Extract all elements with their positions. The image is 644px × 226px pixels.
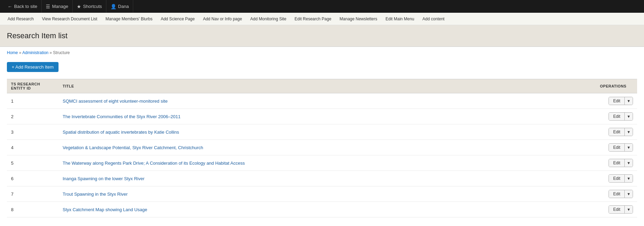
back-to-site-label: Back to site bbox=[14, 4, 37, 9]
edit-button-group: Edit▼ bbox=[609, 128, 633, 136]
edit-button[interactable]: Edit bbox=[609, 97, 625, 105]
nav-view-research-doc-list[interactable]: View Research Document List bbox=[38, 13, 102, 25]
user-icon: 👤 bbox=[110, 4, 116, 9]
shortcuts-label: Shortcuts bbox=[83, 4, 102, 9]
manage-link[interactable]: ☰ Manage bbox=[42, 0, 73, 13]
edit-dropdown-button[interactable]: ▼ bbox=[625, 206, 633, 213]
back-to-site-link[interactable]: ← Back to site bbox=[3, 0, 42, 13]
col-header-operations: OPERATIONS bbox=[596, 79, 637, 93]
row-title-link[interactable]: Trout Spawning in the Styx River bbox=[63, 192, 128, 197]
nav-add-research[interactable]: Add Research bbox=[3, 13, 38, 25]
add-research-item-button[interactable]: + Add Research Item bbox=[7, 62, 59, 72]
edit-button[interactable]: Edit bbox=[609, 144, 625, 151]
edit-button-group: Edit▼ bbox=[609, 97, 633, 105]
edit-button-group: Edit▼ bbox=[609, 190, 633, 198]
user-link[interactable]: 👤 Dana bbox=[106, 0, 133, 13]
nav-manage-newsletters[interactable]: Manage Newsletters bbox=[336, 13, 381, 25]
manage-icon: ☰ bbox=[46, 4, 50, 9]
breadcrumb: Home » Administration » Structure bbox=[0, 47, 644, 59]
edit-button-group: Edit▼ bbox=[609, 112, 633, 121]
row-id: 5 bbox=[7, 155, 59, 171]
row-title-link[interactable]: SQMCI assessment of eight volunteer-moni… bbox=[63, 99, 168, 104]
page-title: Research Item list bbox=[7, 31, 637, 40]
row-title-link[interactable]: The Invertebrate Communities of the Styx… bbox=[63, 114, 181, 119]
edit-button-group: Edit▼ bbox=[609, 159, 633, 167]
row-operations: Edit▼ bbox=[596, 93, 637, 109]
edit-button-group: Edit▼ bbox=[609, 174, 633, 183]
nav-edit-research-page[interactable]: Edit Research Page bbox=[291, 13, 336, 25]
edit-button[interactable]: Edit bbox=[609, 159, 625, 167]
table-row: 2The Invertebrate Communities of the Sty… bbox=[7, 109, 637, 124]
nav-add-nav-info-page[interactable]: Add Nav or Info page bbox=[199, 13, 246, 25]
edit-button-group: Edit▼ bbox=[609, 205, 633, 214]
row-title-link[interactable]: Vegetation & Landscape Potential, Styx R… bbox=[63, 145, 203, 150]
table-header: TS RESEARCH ENTITY ID TITLE OPERATIONS bbox=[7, 79, 637, 93]
manage-label: Manage bbox=[52, 4, 68, 9]
edit-dropdown-button[interactable]: ▼ bbox=[625, 175, 633, 182]
table-row: 1SQMCI assessment of eight volunteer-mon… bbox=[7, 93, 637, 109]
row-title: Spatial distribution of aquatic inverteb… bbox=[59, 124, 596, 140]
breadcrumb-structure: Structure bbox=[53, 50, 70, 55]
content-area: + Add Research Item TS RESEARCH ENTITY I… bbox=[0, 59, 644, 224]
user-label: Dana bbox=[118, 4, 129, 9]
row-id: 1 bbox=[7, 93, 59, 109]
breadcrumb-administration[interactable]: Administration bbox=[22, 50, 49, 55]
table-row: 5The Waterway along Regents Park Drive; … bbox=[7, 155, 637, 171]
table-body: 1SQMCI assessment of eight volunteer-mon… bbox=[7, 93, 637, 217]
row-id: 6 bbox=[7, 171, 59, 186]
row-title: The Waterway along Regents Park Drive; A… bbox=[59, 155, 596, 171]
row-title: Trout Spawning in the Styx River bbox=[59, 186, 596, 202]
col-header-title: TITLE bbox=[59, 79, 596, 93]
edit-button[interactable]: Edit bbox=[609, 175, 625, 182]
edit-button[interactable]: Edit bbox=[609, 128, 625, 136]
row-operations: Edit▼ bbox=[596, 171, 637, 186]
row-title: Vegetation & Landscape Potential, Styx R… bbox=[59, 140, 596, 155]
edit-button[interactable]: Edit bbox=[609, 113, 625, 120]
col-header-id: TS RESEARCH ENTITY ID bbox=[7, 79, 59, 93]
row-title: The Invertebrate Communities of the Styx… bbox=[59, 109, 596, 124]
edit-dropdown-button[interactable]: ▼ bbox=[625, 159, 633, 167]
row-id: 7 bbox=[7, 186, 59, 202]
row-id: 8 bbox=[7, 202, 59, 217]
nav-add-monitoring-site[interactable]: Add Monitoring Site bbox=[246, 13, 291, 25]
back-icon: ← bbox=[8, 4, 12, 9]
star-icon: ★ bbox=[77, 4, 81, 9]
row-title: Styx Catchment Map showing Land Usage bbox=[59, 202, 596, 217]
secondary-nav: Add Research View Research Document List… bbox=[0, 13, 644, 25]
edit-dropdown-button[interactable]: ▼ bbox=[625, 97, 633, 105]
table-row: 7Trout Spawning in the Styx RiverEdit▼ bbox=[7, 186, 637, 202]
row-id: 4 bbox=[7, 140, 59, 155]
row-id: 3 bbox=[7, 124, 59, 140]
row-title: SQMCI assessment of eight volunteer-moni… bbox=[59, 93, 596, 109]
row-operations: Edit▼ bbox=[596, 109, 637, 124]
research-items-table: TS RESEARCH ENTITY ID TITLE OPERATIONS 1… bbox=[7, 79, 637, 217]
row-title-link[interactable]: Inanga Spawning on the lower Styx River bbox=[63, 176, 145, 181]
row-operations: Edit▼ bbox=[596, 124, 637, 140]
row-title: Inanga Spawning on the lower Styx River bbox=[59, 171, 596, 186]
nav-add-science-page[interactable]: Add Science Page bbox=[157, 13, 199, 25]
row-operations: Edit▼ bbox=[596, 186, 637, 202]
row-operations: Edit▼ bbox=[596, 155, 637, 171]
breadcrumb-home[interactable]: Home bbox=[7, 50, 18, 55]
page-header: Research Item list bbox=[0, 25, 644, 47]
row-id: 2 bbox=[7, 109, 59, 124]
table-row: 4Vegetation & Landscape Potential, Styx … bbox=[7, 140, 637, 155]
row-title-link[interactable]: Spatial distribution of aquatic inverteb… bbox=[63, 130, 179, 135]
edit-dropdown-button[interactable]: ▼ bbox=[625, 128, 633, 136]
edit-dropdown-button[interactable]: ▼ bbox=[625, 144, 633, 151]
table-row: 8Styx Catchment Map showing Land UsageEd… bbox=[7, 202, 637, 217]
row-title-link[interactable]: Styx Catchment Map showing Land Usage bbox=[63, 207, 147, 212]
shortcuts-link[interactable]: ★ Shortcuts bbox=[73, 0, 106, 13]
row-title-link[interactable]: The Waterway along Regents Park Drive; A… bbox=[63, 161, 245, 166]
edit-button[interactable]: Edit bbox=[609, 190, 625, 198]
nav-manage-members-blurbs[interactable]: Manage Members' Blurbs bbox=[102, 13, 157, 25]
edit-dropdown-button[interactable]: ▼ bbox=[625, 113, 633, 120]
admin-bar: ← Back to site ☰ Manage ★ Shortcuts 👤 Da… bbox=[0, 0, 644, 13]
table-row: 3Spatial distribution of aquatic inverte… bbox=[7, 124, 637, 140]
nav-edit-main-menu[interactable]: Edit Main Menu bbox=[381, 13, 418, 25]
edit-button[interactable]: Edit bbox=[609, 206, 625, 213]
row-operations: Edit▼ bbox=[596, 140, 637, 155]
edit-dropdown-button[interactable]: ▼ bbox=[625, 190, 633, 198]
edit-button-group: Edit▼ bbox=[609, 143, 633, 152]
nav-add-content[interactable]: Add content bbox=[418, 13, 448, 25]
